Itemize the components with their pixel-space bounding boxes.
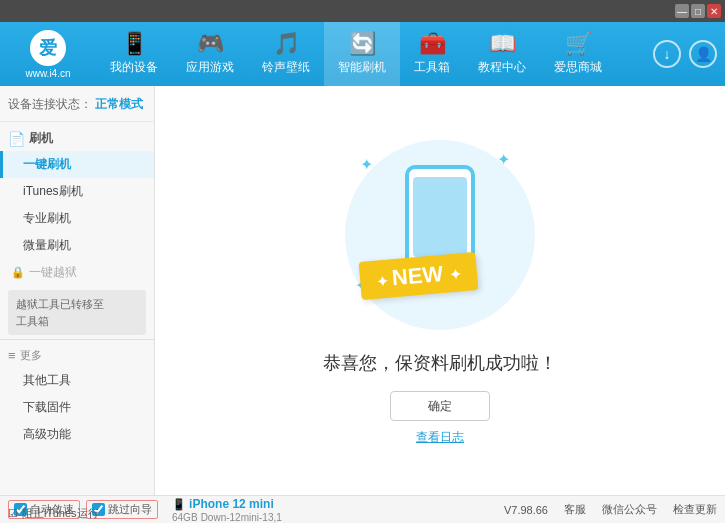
itunes-flash-label: iTunes刷机 xyxy=(23,184,83,198)
new-badge-text: NEW xyxy=(391,261,444,290)
sidebar-item-advanced[interactable]: 高级功能 xyxy=(0,421,154,448)
nav-item-tutorial[interactable]: 📖 教程中心 xyxy=(464,22,540,86)
one-click-flash-label: 一键刷机 xyxy=(23,157,71,171)
flash-section-label: 刷机 xyxy=(29,130,53,147)
sidebar-item-one-click-flash[interactable]: 一键刷机 xyxy=(0,151,154,178)
wechat-link[interactable]: 微信公众号 xyxy=(602,502,657,517)
logo-icon: 爱 xyxy=(30,30,66,66)
sparkle-1: ✦ xyxy=(360,155,373,174)
sparkle-2: ✦ xyxy=(497,150,510,169)
device-firmware-text: Down-12mini-13,1 xyxy=(201,512,282,523)
customer-service-link[interactable]: 客服 xyxy=(564,502,586,517)
toolbox-icon: 🧰 xyxy=(419,33,446,55)
minimize-button[interactable]: — xyxy=(675,4,689,18)
check-update-link[interactable]: 检查更新 xyxy=(673,502,717,517)
device-status: 设备连接状态： 正常模式 xyxy=(0,92,154,122)
phone-screen xyxy=(413,177,467,257)
advanced-label: 高级功能 xyxy=(23,427,71,441)
other-tools-label: 其他工具 xyxy=(23,373,71,387)
sidebar-item-pro-flash[interactable]: 专业刷机 xyxy=(0,205,154,232)
flash-section-icon: 📄 xyxy=(8,131,25,147)
view-log-link[interactable]: 查看日志 xyxy=(416,429,464,446)
illustration: ✦ ✦ ✦ NEW xyxy=(340,135,540,335)
header: 爱 www.i4.cn 📱 我的设备 🎮 应用游戏 🎵 铃声壁纸 🔄 智能刷机 … xyxy=(0,22,725,86)
nav-right: ↓ 👤 xyxy=(653,40,717,68)
download-icon: ↓ xyxy=(664,46,671,62)
logo[interactable]: 爱 www.i4.cn xyxy=(8,28,88,80)
sidebar: 设备连接状态： 正常模式 📄 刷机 一键刷机 iTunes刷机 专业刷机 微量刷… xyxy=(0,86,155,495)
tutorial-icon: 📖 xyxy=(489,33,516,55)
nav-label-toolbox: 工具箱 xyxy=(414,59,450,76)
logo-subtitle: www.i4.cn xyxy=(25,68,70,79)
itunes-status-text: 阻止iTunes运行 xyxy=(22,506,99,521)
pro-flash-label: 专业刷机 xyxy=(23,211,71,225)
nav-label-apps-games: 应用游戏 xyxy=(186,59,234,76)
sidebar-item-other-tools[interactable]: 其他工具 xyxy=(0,367,154,394)
more-section-label: 更多 xyxy=(0,344,154,367)
device-storage: 64GB xyxy=(172,512,198,523)
store-icon: 🛒 xyxy=(565,33,592,55)
jailbreak-notice: 越狱工具已转移至工具箱 xyxy=(8,290,146,335)
skip-wizard-label: 跳过向导 xyxy=(108,502,152,517)
nav-label-my-device: 我的设备 xyxy=(110,59,158,76)
status-label: 设备连接状态： xyxy=(8,97,92,111)
device-info: 📱 iPhone 12 mini 64GB Down-12mini-13,1 xyxy=(172,497,282,523)
nav-label-ringtones: 铃声壁纸 xyxy=(262,59,310,76)
success-message: 恭喜您，保资料刷机成功啦！ xyxy=(323,351,557,375)
my-device-icon: 📱 xyxy=(121,33,148,55)
nav-item-smart-flash[interactable]: 🔄 智能刷机 xyxy=(324,22,400,86)
user-button[interactable]: 👤 xyxy=(689,40,717,68)
nav-label-smart-flash: 智能刷机 xyxy=(338,59,386,76)
flash-section-header: 📄 刷机 xyxy=(0,126,154,151)
nav-item-store[interactable]: 🛒 爱思商城 xyxy=(540,22,616,86)
jailbreak-label: 一键越狱 xyxy=(29,264,77,281)
nav-item-toolbox[interactable]: 🧰 工具箱 xyxy=(400,22,464,86)
nav-items: 📱 我的设备 🎮 应用游戏 🎵 铃声壁纸 🔄 智能刷机 🧰 工具箱 📖 教程中心… xyxy=(96,22,653,86)
sidebar-item-jailbreak: 🔒 一键越狱 xyxy=(0,259,154,286)
nav-item-ringtones[interactable]: 🎵 铃声壁纸 xyxy=(248,22,324,86)
smart-flash-icon: 🔄 xyxy=(349,33,376,55)
bottom-bar: 自动敛速 跳过向导 📱 iPhone 12 mini 64GB Down-12m… xyxy=(0,495,725,523)
bottom-footer-row: 自动敛速 跳过向导 📱 iPhone 12 mini 64GB Down-12m… xyxy=(8,497,717,523)
maximize-button[interactable]: □ xyxy=(691,4,705,18)
jailbreak-notice-text: 越狱工具已转移至工具箱 xyxy=(16,298,104,327)
sidebar-item-download-firmware[interactable]: 下载固件 xyxy=(0,394,154,421)
nav-label-store: 爱思商城 xyxy=(554,59,602,76)
apps-games-icon: 🎮 xyxy=(197,33,224,55)
more-label: 更多 xyxy=(20,348,42,363)
main-layout: 设备连接状态： 正常模式 📄 刷机 一键刷机 iTunes刷机 专业刷机 微量刷… xyxy=(0,86,725,495)
sidebar-divider xyxy=(0,339,154,340)
phone-small-icon: 📱 xyxy=(172,498,189,510)
nav-label-tutorial: 教程中心 xyxy=(478,59,526,76)
content-area: ✦ ✦ ✦ NEW 恭喜您，保资料刷机成功啦！ 确定 查看日志 xyxy=(155,86,725,495)
nav-item-apps-games[interactable]: 🎮 应用游戏 xyxy=(172,22,248,86)
micro-flash-label: 微量刷机 xyxy=(23,238,71,252)
ringtones-icon: 🎵 xyxy=(273,33,300,55)
version-label: V7.98.66 xyxy=(504,504,548,516)
status-value: 正常模式 xyxy=(95,97,143,111)
sidebar-item-itunes-flash[interactable]: iTunes刷机 xyxy=(0,178,154,205)
lock-icon: 🔒 xyxy=(11,266,25,279)
title-bar: — □ ✕ xyxy=(0,0,725,22)
sidebar-item-micro-flash[interactable]: 微量刷机 xyxy=(0,232,154,259)
user-icon: 👤 xyxy=(695,46,712,62)
download-firmware-label: 下载固件 xyxy=(23,400,71,414)
bottom-right: V7.98.66 客服 微信公众号 检查更新 xyxy=(504,502,717,517)
nav-item-my-device[interactable]: 📱 我的设备 xyxy=(96,22,172,86)
itunes-status-row: ☑ 阻止iTunes运行 xyxy=(8,506,99,521)
itunes-status: ☑ 阻止iTunes运行 xyxy=(8,506,99,521)
close-button[interactable]: ✕ xyxy=(707,4,721,18)
device-name: iPhone 12 mini xyxy=(189,497,274,511)
confirm-button[interactable]: 确定 xyxy=(390,391,490,421)
download-button[interactable]: ↓ xyxy=(653,40,681,68)
checkbox-icon: ☑ xyxy=(8,507,18,520)
